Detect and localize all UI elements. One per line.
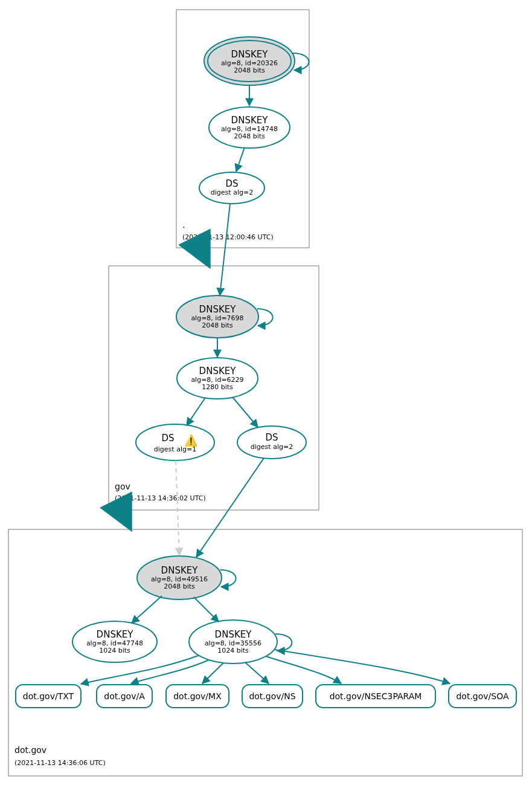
root-ksk-title: DNSKEY <box>231 49 269 60</box>
gov-zsk-title: DNSKEY <box>199 366 237 376</box>
zone-gov-ts: (2021-11-13 14:36:02 UTC) <box>115 494 206 502</box>
zone-root-name: . <box>182 220 185 230</box>
gov-ds1-title: DS <box>161 433 174 444</box>
node-root-ds: DS digest alg=2 <box>199 172 264 204</box>
edge-root-zsk-ds <box>236 147 245 172</box>
edge-zsk-a <box>131 660 209 683</box>
rrset-ns-label: dot.gov/NS <box>249 691 295 701</box>
node-gov-ds1: DS ⚠️ digest alg=1 <box>136 424 214 460</box>
rrset-nsec3-label: dot.gov/NSEC3PARAM <box>330 691 422 701</box>
edge-zsk-nsec3 <box>266 656 341 683</box>
node-gov-ds2: DS digest alg=2 <box>237 426 306 459</box>
edge-gov-zsk-ds2 <box>232 397 258 427</box>
node-dg-zsk-b: DNSKEY alg=8, id=35556 1024 bits <box>189 620 277 664</box>
edge-zsk-soa <box>275 650 450 683</box>
gov-ksk-bits: 2048 bits <box>202 321 233 329</box>
edge-zsk-ns <box>245 662 269 683</box>
node-gov-ksk: DNSKEY alg=8, id=7698 2048 bits <box>176 296 258 338</box>
rrset-txt: dot.gov/TXT <box>16 685 81 708</box>
zone-gov-name: gov <box>115 482 130 491</box>
edge-dg-ksk-zsk-a <box>132 596 162 623</box>
root-zsk-title: DNSKEY <box>231 115 269 126</box>
zone-dotgov-name: dot.gov <box>14 745 46 755</box>
node-root-ksk: DNSKEY alg=8, id=20326 2048 bits <box>204 37 295 85</box>
rrset-a-label: dot.gov/A <box>104 691 145 701</box>
root-zsk-bits: 2048 bits <box>234 132 265 140</box>
rrset-txt-label: dot.gov/TXT <box>23 691 74 701</box>
dg-zsk-b-bits: 1024 bits <box>217 647 249 654</box>
rrset-soa-label: dot.gov/SOA <box>456 691 509 701</box>
zone-arrow-root-gov <box>199 247 209 266</box>
edge-dg-zsk-b-self <box>275 634 292 651</box>
edge-gov-ds2-dg-ksk <box>196 458 264 557</box>
rrset-a: dot.gov/A <box>97 685 152 708</box>
gov-ds1-alg: digest alg=1 <box>154 445 196 453</box>
zone-root-ts: (2021-11-13 12:00:46 UTC) <box>182 233 274 241</box>
gov-ds2-title: DS <box>265 432 278 443</box>
dg-zsk-a-bits: 1024 bits <box>99 647 130 654</box>
gov-zsk-bits: 1280 bits <box>202 383 233 391</box>
edge-gov-ds1-dg-ksk <box>176 460 179 555</box>
edge-gov-zsk-ds1 <box>187 398 205 425</box>
rrset-mx: dot.gov/MX <box>166 685 229 708</box>
rrset-ns: dot.gov/NS <box>242 685 303 708</box>
node-dg-ksk: DNSKEY alg=8, id=49516 2048 bits <box>137 556 222 599</box>
dg-ksk-title: DNSKEY <box>161 565 199 576</box>
rrset-soa: dot.gov/SOA <box>449 685 516 708</box>
zone-arrow-gov-dotgov <box>121 509 130 529</box>
dg-ksk-bits: 2048 bits <box>164 583 195 590</box>
edge-gov-ksk-self <box>257 309 273 326</box>
root-ds-alg: digest alg=2 <box>211 189 253 196</box>
rrset-nsec3: dot.gov/NSEC3PARAM <box>316 685 435 708</box>
svg-point-9 <box>136 424 214 460</box>
node-root-zsk: DNSKEY alg=8, id=14748 2048 bits <box>209 107 290 148</box>
gov-ds2-alg: digest alg=2 <box>251 443 293 451</box>
dg-zsk-a-title: DNSKEY <box>97 629 134 640</box>
root-ksk-bits: 2048 bits <box>234 66 265 74</box>
edge-dg-ksk-zsk-b <box>194 597 219 622</box>
rrset-mx-label: dot.gov/MX <box>173 691 222 701</box>
edge-dg-ksk-self <box>220 570 236 587</box>
root-ds-title: DS <box>225 178 238 189</box>
node-gov-zsk: DNSKEY alg=8, id=6229 1280 bits <box>177 358 258 399</box>
zone-dotgov-ts: (2021-11-13 14:36:06 UTC) <box>14 759 106 767</box>
edge-zsk-mx <box>202 663 223 683</box>
edge-root-ds-gov-ksk <box>220 204 230 296</box>
gov-ksk-title: DNSKEY <box>199 304 237 315</box>
node-dg-zsk-a: DNSKEY alg=8, id=47748 1024 bits <box>72 621 157 662</box>
dg-zsk-b-title: DNSKEY <box>215 629 252 640</box>
